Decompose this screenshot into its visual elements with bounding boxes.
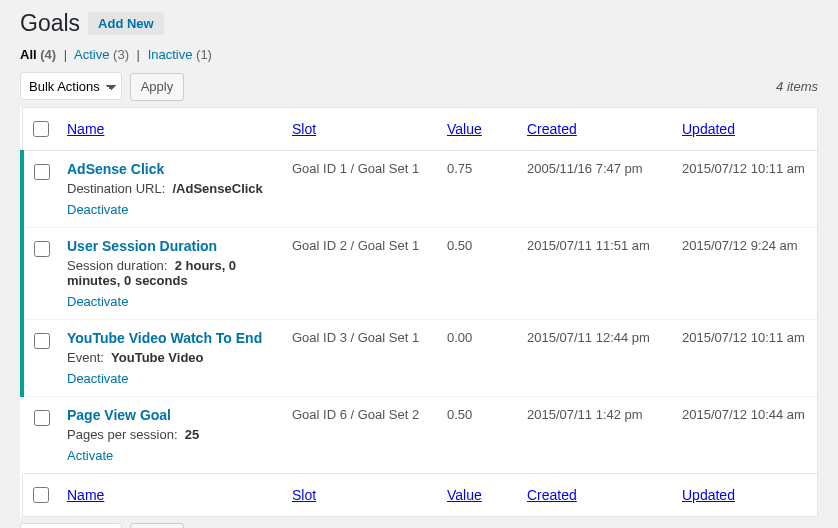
- goal-meta: Event: YouTube Video: [67, 350, 276, 365]
- goal-created: 2005/11/16 7:47 pm: [519, 150, 674, 227]
- select-all-top[interactable]: [33, 121, 49, 137]
- table-row: AdSense ClickDestination URL: /AdSenseCl…: [22, 150, 818, 227]
- col-updated-foot[interactable]: Updated: [682, 487, 735, 503]
- goal-slot: Goal ID 3 / Goal Set 1: [284, 319, 439, 396]
- filter-all[interactable]: All (4): [20, 47, 60, 62]
- col-updated[interactable]: Updated: [682, 121, 735, 137]
- goal-title-link[interactable]: YouTube Video Watch To End: [67, 330, 262, 346]
- col-created[interactable]: Created: [527, 121, 577, 137]
- goal-action-link[interactable]: Deactivate: [67, 371, 128, 386]
- bulk-actions-select-top[interactable]: Bulk Actions: [20, 72, 122, 100]
- select-all-bottom[interactable]: [33, 487, 49, 503]
- separator: |: [133, 47, 144, 62]
- apply-button-top[interactable]: Apply: [130, 73, 185, 101]
- filter-all-label: All: [20, 47, 37, 62]
- col-slot-foot[interactable]: Slot: [292, 487, 316, 503]
- apply-button-bottom[interactable]: Apply: [130, 523, 185, 528]
- goal-value: 0.75: [439, 150, 519, 227]
- status-filter: All (4) | Active (3) | Inactive (1): [20, 47, 818, 62]
- filter-active[interactable]: Active (3): [74, 47, 133, 62]
- filter-active-label: Active: [74, 47, 109, 62]
- col-value-foot[interactable]: Value: [447, 487, 482, 503]
- goal-created: 2015/07/11 12:44 pm: [519, 319, 674, 396]
- col-name-foot[interactable]: Name: [67, 487, 104, 503]
- goal-action-link[interactable]: Deactivate: [67, 294, 128, 309]
- goal-slot: Goal ID 1 / Goal Set 1: [284, 150, 439, 227]
- items-count-top: 4 items: [776, 79, 818, 94]
- table-row: Page View GoalPages per session: 25Activ…: [22, 396, 818, 473]
- goal-updated: 2015/07/12 9:24 am: [674, 227, 818, 319]
- goal-meta: Pages per session: 25: [67, 427, 276, 442]
- tablenav-top: Bulk Actions Apply 4 items: [20, 72, 818, 101]
- col-name[interactable]: Name: [67, 121, 104, 137]
- goal-created: 2015/07/11 11:51 am: [519, 227, 674, 319]
- goal-meta: Session duration: 2 hours, 0 minutes, 0 …: [67, 258, 276, 288]
- page-title: Goals: [20, 10, 80, 37]
- col-slot[interactable]: Slot: [292, 121, 316, 137]
- goal-updated: 2015/07/12 10:44 am: [674, 396, 818, 473]
- goal-title-link[interactable]: Page View Goal: [67, 407, 171, 423]
- table-row: User Session DurationSession duration: 2…: [22, 227, 818, 319]
- filter-all-count: (4): [40, 47, 56, 62]
- goal-title-link[interactable]: AdSense Click: [67, 161, 164, 177]
- goal-value: 0.50: [439, 396, 519, 473]
- filter-inactive-label: Inactive: [148, 47, 193, 62]
- filter-inactive-count: (1): [196, 47, 212, 62]
- row-checkbox[interactable]: [34, 333, 50, 349]
- goal-title-link[interactable]: User Session Duration: [67, 238, 217, 254]
- bulk-actions-select-bottom[interactable]: Bulk Actions: [20, 523, 122, 529]
- goal-meta: Destination URL: /AdSenseClick: [67, 181, 276, 196]
- goal-slot: Goal ID 2 / Goal Set 1: [284, 227, 439, 319]
- goal-created: 2015/07/11 1:42 pm: [519, 396, 674, 473]
- tablenav-bottom: Bulk Actions Apply 4 items: [20, 523, 818, 529]
- goal-action-link[interactable]: Activate: [67, 448, 113, 463]
- row-checkbox[interactable]: [34, 241, 50, 257]
- filter-inactive[interactable]: Inactive (1): [148, 47, 212, 62]
- goal-slot: Goal ID 6 / Goal Set 2: [284, 396, 439, 473]
- col-value[interactable]: Value: [447, 121, 482, 137]
- row-checkbox[interactable]: [34, 410, 50, 426]
- filter-active-count: (3): [113, 47, 129, 62]
- goal-value: 0.00: [439, 319, 519, 396]
- col-created-foot[interactable]: Created: [527, 487, 577, 503]
- goals-table: Name Slot Value Created Updated AdSense …: [20, 107, 818, 517]
- row-checkbox[interactable]: [34, 164, 50, 180]
- goal-updated: 2015/07/12 10:11 am: [674, 150, 818, 227]
- goal-updated: 2015/07/12 10:11 am: [674, 319, 818, 396]
- separator: |: [60, 47, 71, 62]
- goal-action-link[interactable]: Deactivate: [67, 202, 128, 217]
- add-new-button[interactable]: Add New: [88, 12, 164, 35]
- goal-value: 0.50: [439, 227, 519, 319]
- table-row: YouTube Video Watch To EndEvent: YouTube…: [22, 319, 818, 396]
